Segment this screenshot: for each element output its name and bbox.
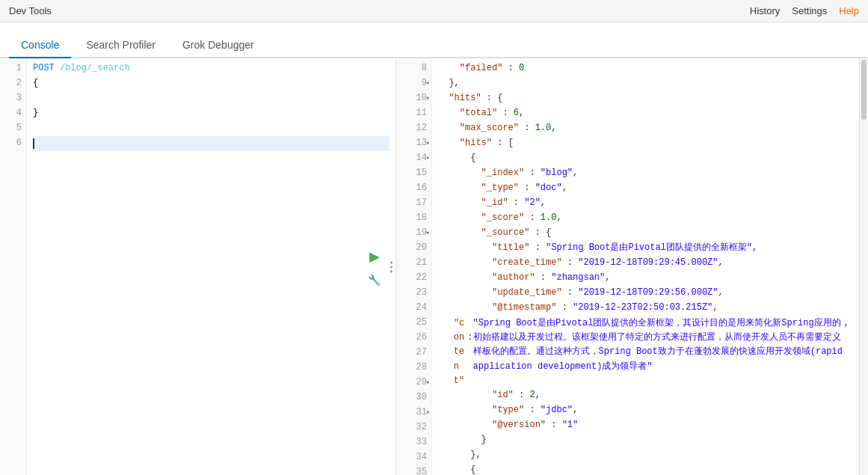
out-line-26: "id" : 2, [438,388,853,403]
output-panel: 8 9▾ 10▾ 11 12 13▾ 14▾ 15 16 17 18 19▾ 2… [396,58,868,475]
editor-actions: ▶ 🔧 [365,247,384,287]
drag-dot-2 [390,266,393,268]
editor-line-2: { [33,76,390,91]
output-code-area[interactable]: "failed" : 0 }, "hits" : { "total" : 6, … [432,58,859,475]
out-line-24: "@timestamp" : "2019-12-23T02:50:03.215Z… [438,301,853,316]
drag-dot-1 [390,261,393,263]
panel-resize-handle[interactable] [387,258,395,275]
out-line-15: "_index" : "blog", [438,166,853,181]
out-line-22: "author" : "zhangsan", [438,271,853,286]
out-line-27: "type" : "jdbc", [438,403,853,418]
out-line-12: "max_score" : 1.0, [438,121,853,136]
tab-search-profiler[interactable]: Search Profiler [74,33,167,58]
editor-area[interactable]: 1 2 3 4 5 6 POST /blog/_search { } [0,58,395,475]
output-scrollbar[interactable] [859,58,868,475]
scrollbar-thumb[interactable] [861,60,867,120]
out-line-13: "hits" : [ [438,136,853,151]
out-line-31: { [438,463,853,475]
editor-line-6[interactable] [33,136,390,151]
editor-line-5 [33,121,390,136]
out-line-16: "_type" : "doc", [438,181,853,196]
history-link[interactable]: History [750,5,780,16]
run-button[interactable]: ▶ [365,247,384,266]
fold-arrow-31[interactable]: ▾ [426,408,430,418]
out-line-18: "_score" : 1.0, [438,211,853,226]
editor-line-numbers: 1 2 3 4 5 6 [0,58,27,475]
editor-line-1: POST /blog/_search [33,61,390,76]
fold-arrow-14[interactable]: ▾ [426,153,430,164]
out-line-29: } [438,433,853,448]
out-line-8: "failed" : 0 [438,61,853,76]
fold-arrow-9[interactable]: ▾ [426,79,430,89]
editor-panel: 1 2 3 4 5 6 POST /blog/_search { } [0,58,396,475]
out-line-30: }, [438,448,853,463]
out-line-20: "title" : "Spring Boot是由Pivotal团队提供的全新框架… [438,241,853,256]
tab-console[interactable]: Console [9,33,71,58]
fold-arrow-29[interactable]: ▾ [426,378,430,388]
editor-line-3 [33,91,390,106]
fold-arrow-19[interactable]: ▾ [426,228,430,239]
request-path: /blog/_search [60,61,130,76]
editor-code-area[interactable]: POST /blog/_search { } [27,58,395,475]
out-line-25: "content" : "Spring Boot是由Pivotal团队提供的全新… [438,316,849,388]
out-line-14: { [438,151,853,166]
editor-line-4: } [33,106,390,121]
tab-grok-debugger[interactable]: Grok Debugger [170,33,266,58]
settings-link[interactable]: Settings [792,5,827,16]
out-line-28: "@version" : "1" [438,418,853,433]
http-method: POST [33,61,55,76]
tab-bar: Console Search Profiler Grok Debugger [0,22,868,58]
out-line-23: "update_time" : "2019-12-18T09:29:56.000… [438,286,853,301]
top-bar: Dev Tools History Settings Help [0,0,868,22]
main-content: 1 2 3 4 5 6 POST /blog/_search { } [0,58,868,475]
fold-arrow-10[interactable]: ▾ [426,94,430,104]
out-line-21: "create_time" : "2019-12-18T09:29:45.000… [438,256,853,271]
app-title: Dev Tools [9,5,52,16]
out-line-9: }, [438,76,853,91]
out-line-10: "hits" : { [438,91,853,106]
wrench-button[interactable]: 🔧 [365,272,384,287]
out-line-17: "_id" : "2", [438,196,853,211]
top-bar-actions: History Settings Help [750,5,859,16]
output-line-numbers: 8 9▾ 10▾ 11 12 13▾ 14▾ 15 16 17 18 19▾ 2… [396,58,432,475]
help-link[interactable]: Help [839,5,859,16]
fold-arrow-13[interactable]: ▾ [426,138,430,149]
text-cursor [33,138,34,149]
out-line-19: "_source" : { [438,226,853,241]
drag-dot-3 [390,270,393,272]
out-line-11: "total" : 6, [438,106,853,121]
